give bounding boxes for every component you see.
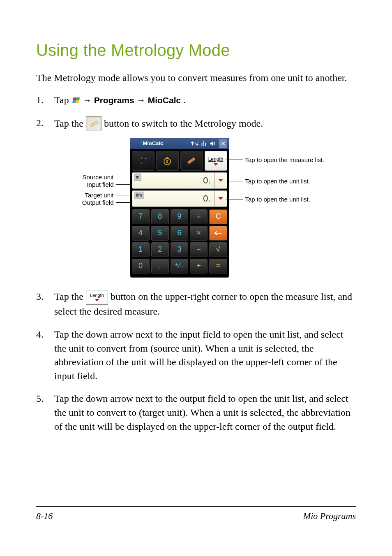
- svg-text:+: +: [141, 156, 143, 160]
- key-2[interactable]: 2: [151, 242, 169, 257]
- key-divide[interactable]: ÷: [190, 209, 208, 224]
- source-unit-chip: m: [134, 174, 142, 181]
- currency-mode-button[interactable]: $: [156, 151, 179, 171]
- intro-paragraph: The Metrology mode allows you to convert…: [36, 71, 356, 84]
- footer-page-number: 8-16: [36, 511, 53, 521]
- callout-output-field: Output field: [82, 198, 116, 207]
- step1-programs: Programs: [94, 94, 134, 106]
- step1-miocalc: MioCalc: [148, 94, 181, 106]
- miocalc-screenshot: MioCalc: [130, 138, 229, 278]
- key-subtract[interactable]: −: [190, 242, 208, 257]
- callout-input-field: Input field: [87, 180, 116, 189]
- page-footer: 8-16 Mio Programs: [36, 506, 356, 521]
- input-row: m 0.: [132, 172, 227, 189]
- step1-period: .: [183, 93, 186, 107]
- target-unit-dropdown[interactable]: [214, 190, 227, 207]
- metrology-mode-button[interactable]: [180, 151, 203, 171]
- mode-bar: + − × ÷ $: [130, 149, 229, 171]
- key-plus-minus[interactable]: ⁺∕₋: [171, 259, 188, 273]
- key-8[interactable]: 8: [151, 209, 169, 224]
- step-3: Tap the Length button on the upper-right…: [36, 290, 356, 319]
- step5-text: Tap the down arrow next to the output fi…: [54, 393, 350, 431]
- target-unit-chip: dm: [134, 192, 144, 199]
- os-logo-icon: [132, 140, 139, 147]
- volume-icon[interactable]: [209, 140, 217, 147]
- callout-unit-list-1: Tap to open the unit list.: [243, 177, 310, 185]
- callout-measure-list: Tap to open the measure list.: [243, 155, 325, 164]
- page-heading: Using the Metrology Mode: [36, 41, 356, 60]
- measure-selector-label: Length: [208, 156, 224, 163]
- input-field[interactable]: m 0.: [132, 172, 214, 189]
- svg-text:$: $: [166, 159, 168, 164]
- svg-text:÷: ÷: [145, 161, 147, 165]
- output-row: dm 0.: [132, 190, 227, 207]
- key-add[interactable]: +: [190, 259, 208, 273]
- key-clear[interactable]: C: [209, 209, 227, 224]
- svg-rect-11: [187, 158, 195, 164]
- length-button-icon: Length: [86, 290, 108, 305]
- key-backspace[interactable]: [209, 226, 227, 241]
- arrow-icon: →: [137, 94, 145, 106]
- close-button[interactable]: [219, 139, 227, 148]
- source-unit-dropdown[interactable]: [214, 172, 227, 189]
- chevron-down-icon: [214, 163, 218, 166]
- chevron-down-icon: [218, 197, 223, 200]
- step-5: Tap the down arrow next to the output fi…: [36, 392, 356, 433]
- arrow-icon: →: [83, 94, 92, 106]
- start-menu-icon: [71, 96, 81, 104]
- step-2: Tap the button to switch to the Metrolog…: [36, 116, 356, 278]
- key-sqrt[interactable]: √: [209, 242, 227, 257]
- key-7[interactable]: 7: [132, 209, 150, 224]
- title-bar: MioCalc: [130, 138, 229, 149]
- ruler-icon: [86, 116, 101, 131]
- key-4[interactable]: 4: [132, 226, 150, 241]
- key-5[interactable]: 5: [151, 226, 169, 241]
- output-value: 0.: [203, 192, 210, 205]
- measure-selector-button[interactable]: Length: [205, 151, 227, 171]
- svg-rect-0: [90, 120, 98, 127]
- key-3[interactable]: 3: [171, 242, 188, 257]
- step2-prefix: Tap the: [54, 117, 83, 131]
- window-title: MioCalc: [143, 140, 164, 147]
- metrology-figure: Source unit Input field Target unit Outp…: [54, 138, 356, 278]
- steps-list: Tap → Programs → MioCalc. Tap the: [36, 93, 356, 433]
- calc-mode-button[interactable]: + − × ÷: [132, 151, 154, 171]
- signal-icon[interactable]: [200, 140, 208, 147]
- key-multiply[interactable]: ×: [190, 226, 208, 241]
- keypad: 7 8 9 ÷ C 4 5 6 × 1 2 3: [130, 208, 229, 275]
- step4-text: Tap the down arrow next to the input fie…: [54, 329, 344, 381]
- step-1: Tap → Programs → MioCalc.: [36, 93, 356, 107]
- chevron-down-icon: [218, 179, 223, 182]
- key-0[interactable]: 0: [132, 259, 150, 273]
- key-9[interactable]: 9: [171, 209, 188, 224]
- output-field[interactable]: dm 0.: [132, 190, 214, 207]
- length-button-label: Length: [90, 293, 104, 298]
- connectivity-icon[interactable]: [191, 140, 198, 147]
- key-dot[interactable]: .: [151, 259, 169, 273]
- svg-text:×: ×: [141, 161, 143, 165]
- chevron-down-icon: [95, 299, 99, 301]
- key-1[interactable]: 1: [132, 242, 150, 257]
- step-4: Tap the down arrow next to the input fie…: [36, 328, 356, 383]
- footer-section: Mio Programs: [303, 511, 356, 521]
- callout-unit-list-2: Tap to open the unit list.: [243, 195, 310, 204]
- step1-prefix: Tap: [54, 93, 69, 107]
- step3-prefix: Tap the: [54, 291, 83, 302]
- input-value: 0.: [203, 174, 210, 187]
- step2-suffix: button to switch to the Metrology mode.: [104, 117, 263, 131]
- key-equals[interactable]: =: [209, 259, 227, 273]
- key-6[interactable]: 6: [171, 226, 188, 241]
- svg-text:−: −: [145, 156, 147, 160]
